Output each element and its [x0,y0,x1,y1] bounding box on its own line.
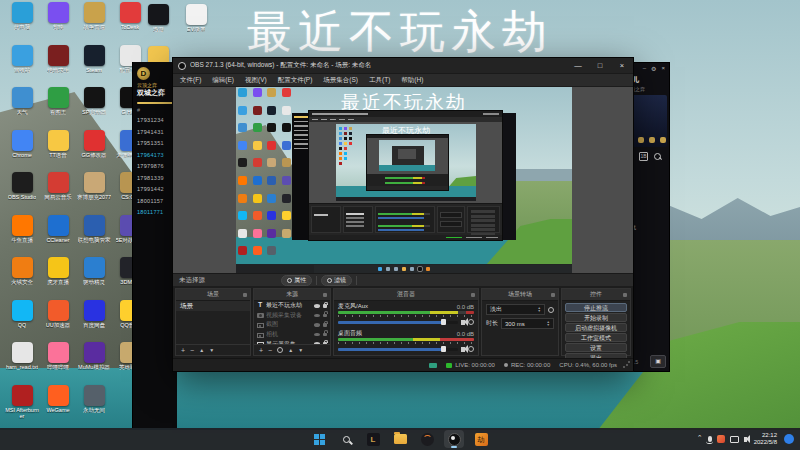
speaker-icon[interactable] [461,320,465,325]
panel-menu-icon[interactable] [623,293,627,297]
desktop-icon[interactable]: 驱动精灵 [76,257,112,300]
desktop-icon[interactable]: 网易云音乐 [40,172,76,215]
taskbar-app-uu[interactable] [417,430,437,448]
desktop-icon[interactable]: Steam [76,45,112,88]
remove-scene-button[interactable]: − [190,347,194,354]
window-control-button[interactable]: — [567,58,589,73]
tray-overflow-chevron-icon[interactable]: ⌃ [697,434,703,442]
source-properties-icon[interactable] [277,347,283,353]
lock-icon[interactable] [323,333,327,337]
volume-slider[interactable] [338,321,458,324]
list-item[interactable]: 17991442 [133,184,177,196]
window-control-button[interactable]: □ [589,58,611,73]
desktop-icon[interactable]: CCleaner [40,215,76,258]
desktop-icon[interactable]: 此电脑 [4,2,40,45]
obs-window[interactable]: OBS 27.1.3 (64-bit, windows) - 配置文件: 未命名… [172,57,634,372]
source-row[interactable]: 相机 [254,330,330,340]
menu-item[interactable]: 帮助(H) [401,76,423,85]
window-control-icon[interactable]: ⚙ [651,65,656,72]
tft-id-list-window[interactable]: D 云顶之弈 双城之弈 # 17931234179414311795135117… [132,62,177,428]
properties-button[interactable]: 属性 [281,275,312,286]
control-button[interactable]: 工作室模式 [565,333,627,342]
list-item[interactable]: 18011771 [133,207,177,219]
lock-icon[interactable] [323,314,327,318]
desktop-icon[interactable]: QQ [4,300,40,343]
source-row[interactable]: 视频采集设备 [254,311,330,321]
stepper-icon[interactable]: ▲▼ [547,321,550,326]
desktop-icon[interactable]: 天气 [4,87,40,130]
remove-source-button[interactable]: − [268,347,272,354]
desktop-icon[interactable]: 斗鱼直播 [4,215,40,258]
panel-menu-icon[interactable] [323,293,327,297]
desktop-icon[interactable]: WeGame [40,385,76,428]
desktop-icon[interactable]: 永劫无间 [76,385,112,428]
filters-button[interactable]: 滤镜 [321,275,352,286]
list-item[interactable]: 17951351 [133,138,177,150]
desktop-icon[interactable]: 火绒安全 [4,257,40,300]
desktop-icon[interactable]: EV录屏 [178,4,214,32]
taskbar-app-naraka[interactable]: 劫 [471,430,491,448]
scene-item[interactable]: 场景 [176,301,250,311]
desktop-icon[interactable]: OBS Studio [4,172,40,215]
control-button[interactable]: 停止推流 [565,303,627,312]
desktop-icon[interactable]: ham_read.txt [4,342,40,385]
desktop-icon[interactable]: 剪映 [40,2,76,45]
desktop-icon[interactable]: 回收站 [4,45,40,88]
taskbar-app-obs[interactable] [444,430,464,448]
microphone-icon[interactable] [708,436,712,442]
source-row[interactable]: 最近不玩永劫 [254,301,330,311]
lock-icon[interactable] [323,304,327,308]
tray-app-icon[interactable] [717,435,725,443]
desktop-icon[interactable]: 赛博朋克2077 [76,172,112,215]
transition-gear-icon[interactable] [548,307,554,313]
desktop-icon[interactable]: 哔哩哔哩 [40,342,76,385]
menu-item[interactable]: 视图(V) [245,76,267,85]
layers-icon[interactable]: 1B [639,152,648,161]
add-source-button[interactable]: + [259,347,263,354]
desktop-icon[interactable]: 迅游 [140,4,176,32]
desktop-icon[interactable]: MuMu模拟器 [76,342,112,385]
list-item[interactable]: 17941431 [133,127,177,139]
desktop-icon[interactable]: MSI Afterburner [4,385,40,428]
start-button[interactable] [309,430,329,448]
desktop-icon[interactable]: 虎牙直播 [40,257,76,300]
obs-title-bar[interactable]: OBS 27.1.3 (64-bit, windows) - 配置文件: 未命名… [173,58,633,74]
slider-handle[interactable] [441,319,446,325]
add-scene-button[interactable]: + [181,347,185,354]
desktop-icon[interactable]: 百度网盘 [76,300,112,343]
control-button[interactable]: 启动虚拟摄像机 [565,323,627,332]
move-up-button[interactable]: ▲ [288,347,293,353]
desktop-icon[interactable]: UU加速器 [40,300,76,343]
notification-badge[interactable] [784,434,794,444]
panel-menu-icon[interactable] [243,293,247,297]
desktop-icon[interactable]: Chrome [4,130,40,173]
list-item[interactable]: 17981339 [133,173,177,185]
gear-icon[interactable] [468,319,474,325]
eye-icon[interactable] [314,304,320,308]
eye-icon[interactable] [314,314,320,318]
desktop-icon[interactable]: TT语音 [40,130,76,173]
menu-item[interactable]: 编辑(E) [212,76,234,85]
search-button[interactable] [336,430,356,448]
menu-item[interactable]: 场景集合(S) [323,76,358,85]
launcher-settings-button[interactable]: ▣ [650,355,666,368]
window-control-button[interactable]: × [611,58,633,73]
eye-icon[interactable] [314,323,320,327]
control-button[interactable]: 开始录制 [565,313,627,322]
resize-grip[interactable] [623,361,630,368]
panel-menu-icon[interactable] [471,293,475,297]
taskbar-app-lol[interactable]: L [363,430,383,448]
file-explorer-button[interactable] [390,430,410,448]
list-item[interactable]: 17931234 [133,115,177,127]
desktop-icon[interactable]: 看图王 [40,87,76,130]
eye-icon[interactable] [314,333,320,337]
list-item[interactable]: 18001157 [133,196,177,208]
clock[interactable]: 22:12 2022/5/8 [754,432,777,446]
source-row[interactable]: 截图 [254,320,330,330]
desktop-icon[interactable]: 绝地求生 [40,45,76,88]
window-control-icon[interactable]: – [643,65,646,72]
search-icon[interactable] [654,153,661,160]
speaker-icon[interactable] [461,347,465,352]
slider-handle[interactable] [441,346,446,352]
menu-item[interactable]: 配置文件(P) [278,76,313,85]
